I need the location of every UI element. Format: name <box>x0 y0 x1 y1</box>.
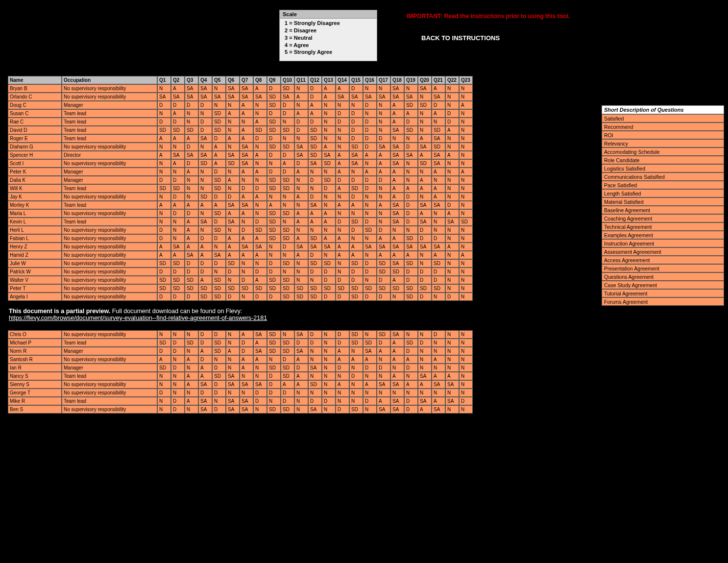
answer-cell: N <box>377 355 390 364</box>
answer-cell: SA <box>349 151 363 159</box>
answer-cell: D <box>171 339 185 347</box>
answer-cell: SD <box>294 293 308 301</box>
answer-cell: N <box>377 184 390 193</box>
answer-cell: N <box>294 184 308 193</box>
answer-cell: D <box>404 405 418 414</box>
answer-cell: N <box>418 93 432 101</box>
back-to-instructions-link[interactable]: BACK TO INSTRUCTIONS <box>421 34 570 42</box>
name-cell: Norm R <box>8 347 62 355</box>
answer-cell: SA <box>308 364 322 372</box>
answer-cell: SA <box>253 330 267 339</box>
answer-cell: D <box>363 218 377 226</box>
answer-cell: N <box>185 347 198 355</box>
occupation-cell: Director <box>62 151 157 159</box>
answer-cell: SA <box>226 397 240 405</box>
answer-cell: N <box>171 389 185 397</box>
answer-cell: SD <box>226 284 240 293</box>
answer-cell: D <box>267 268 281 276</box>
answer-cell: N <box>459 389 473 397</box>
answer-cell: SA <box>198 93 212 101</box>
answer-cell: N <box>377 126 390 134</box>
answer-cell: A <box>226 209 240 218</box>
answer-cell: SA <box>198 397 212 405</box>
answer-cell: A <box>404 355 418 364</box>
answer-cell: N <box>363 251 377 259</box>
answer-cell: N <box>157 159 171 168</box>
answer-cell: D <box>253 293 267 301</box>
answer-cell: SD <box>157 284 171 293</box>
answer-cell: A <box>253 151 267 159</box>
name-cell: Fabian L <box>8 234 62 243</box>
name-cell: Sienny S <box>8 380 62 389</box>
answer-cell: SD <box>404 339 418 347</box>
answer-cell: D <box>171 193 185 201</box>
answer-cell: N <box>294 397 308 405</box>
answer-cell: N <box>281 218 294 226</box>
answer-cell: N <box>459 276 473 284</box>
answer-cell: SD <box>349 143 363 151</box>
answer-cell: SD <box>349 330 363 339</box>
answer-cell: A <box>336 251 349 259</box>
answer-cell: N <box>157 143 171 151</box>
answer-cell: N <box>363 159 377 168</box>
answer-cell: SA <box>157 93 171 101</box>
answer-cell: N <box>445 176 459 184</box>
answer-cell: SD <box>418 101 432 109</box>
answer-cell: A <box>336 159 349 168</box>
answer-cell: A <box>322 218 336 226</box>
answer-cell: N <box>198 226 212 234</box>
answer-cell: N <box>240 268 253 276</box>
answer-cell: SD <box>281 372 294 380</box>
answer-cell: N <box>445 184 459 193</box>
answer-cell: A <box>198 372 212 380</box>
answer-cell: N <box>322 389 336 397</box>
answer-cell: N <box>445 101 459 109</box>
scale-body: 1 = Strongly Disagree 2 = Disagree 3 = N… <box>280 19 377 61</box>
answer-cell: N <box>445 389 459 397</box>
question-desc: Case Study Agreement <box>602 281 724 289</box>
answer-cell: D <box>363 184 377 193</box>
answer-cell: N <box>418 364 432 372</box>
answer-cell: A <box>171 251 185 259</box>
answer-cell: D <box>281 101 294 109</box>
occupation-cell: Manager <box>62 176 157 184</box>
answer-cell: N <box>336 143 349 151</box>
answer-cell: D <box>363 259 377 268</box>
preview-link[interactable]: https://flevy.com/browse/document/survey… <box>9 315 267 321</box>
answer-cell: SA <box>226 93 240 101</box>
answer-cell: SA <box>390 201 404 209</box>
answer-cell: SD <box>157 126 171 134</box>
answer-cell: SD <box>390 284 404 293</box>
occupation-cell: No supervisory responsibility <box>62 143 157 151</box>
answer-cell: D <box>171 405 185 414</box>
scale-line: 2 = Disagree <box>285 27 372 34</box>
answer-cell: N <box>363 209 377 218</box>
answer-cell: SD <box>308 143 322 151</box>
answer-cell: N <box>377 218 390 226</box>
answer-cell: SD <box>212 226 226 234</box>
answer-cell: N <box>171 143 185 151</box>
answer-cell: SD <box>212 184 226 193</box>
answer-cell: A <box>390 372 404 380</box>
answer-cell: N <box>322 330 336 339</box>
answer-cell: D <box>157 268 171 276</box>
answer-cell: D <box>336 109 349 118</box>
answer-cell: SD <box>281 276 294 284</box>
answer-cell: N <box>240 293 253 301</box>
occupation-cell: Team lead <box>62 118 157 126</box>
answer-cell: A <box>377 151 390 159</box>
answer-cell: A <box>185 218 198 226</box>
answer-cell: SD <box>281 339 294 347</box>
answer-cell: N <box>459 176 473 184</box>
answer-cell: A <box>377 201 390 209</box>
answer-cell: N <box>157 405 171 414</box>
answer-cell: N <box>445 276 459 284</box>
answer-cell: SD <box>267 347 281 355</box>
answer-cell: SA <box>390 151 404 159</box>
answer-cell: SA <box>308 405 322 414</box>
name-cell: Will K <box>8 184 62 193</box>
answer-cell: D <box>363 126 377 134</box>
answer-cell: N <box>212 397 226 405</box>
answer-cell: N <box>336 268 349 276</box>
answer-cell: N <box>171 234 185 243</box>
